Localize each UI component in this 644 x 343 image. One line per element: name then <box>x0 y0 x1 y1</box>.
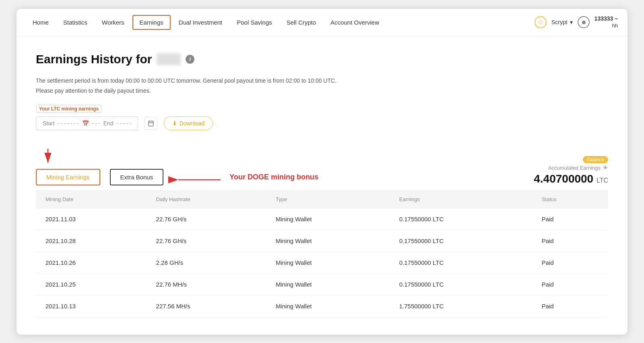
table-row: 2021.11.0322.76 GH/sMining Wallet0.17550… <box>36 208 608 230</box>
cell-status: Paid <box>532 295 608 317</box>
cell-type: Mining Wallet <box>266 230 390 252</box>
cell-date: 2021.10.28 <box>36 230 147 252</box>
cell-type: Mining Wallet <box>266 273 390 295</box>
cell-type: Mining Wallet <box>266 252 390 273</box>
nav-sell-crypto[interactable]: Sell Crypto <box>280 16 322 29</box>
cell-date: 2021.10.25 <box>36 273 147 295</box>
nav-right: ☺ Scrypt ▾ ⏺ 133333 – hh <box>535 15 618 29</box>
cell-status: Paid <box>532 208 608 230</box>
table-row: 2021.10.13227.56 MH/sMining Wallet1.7550… <box>36 295 608 317</box>
date-start-label: Start <box>43 120 55 127</box>
table-row: 2021.10.2822.76 GH/sMining Wallet0.17550… <box>36 230 608 252</box>
cell-type: Mining Wallet <box>266 295 390 317</box>
cell-date: 2021.10.26 <box>36 252 147 273</box>
doge-annotation: Your DOGE mining bonus <box>176 170 318 184</box>
cell-date: 2021.11.03 <box>36 208 147 230</box>
cell-earnings: 0.17550000 LTC <box>390 273 532 295</box>
user-info: 133333 – hh <box>594 15 618 29</box>
cell-hashrate: 22.76 MH/s <box>147 273 266 295</box>
download-label: Download <box>180 120 204 127</box>
earnings-table: Mining Date Daily Hashrate Type Earnings… <box>36 191 608 317</box>
date-section: Date Your LTC mining earnings Start - - … <box>36 107 608 130</box>
nav-workers[interactable]: Workers <box>95 16 131 29</box>
user-icon: ⏺ <box>578 16 590 28</box>
accumulated-label: Accumulated Earnings 👁 <box>534 165 608 171</box>
smiley-icon: ☺ <box>535 16 547 28</box>
col-earnings: Earnings <box>390 191 532 208</box>
download-button[interactable]: ⬇ Download <box>164 116 213 130</box>
eye-icon[interactable]: 👁 <box>603 165 608 171</box>
cell-type: Mining Wallet <box>266 208 390 230</box>
cell-date: 2021.10.13 <box>36 295 147 317</box>
cell-hashrate: 22.76 GH/s <box>147 208 266 230</box>
tab-extra-bonus[interactable]: Extra Bonus <box>110 169 164 185</box>
date-controls: Your LTC mining earnings Start - - - - -… <box>36 116 608 130</box>
cell-status: Paid <box>532 252 608 273</box>
nav-earnings[interactable]: Earnings <box>132 15 171 30</box>
cell-earnings: 0.17550000 LTC <box>390 252 532 273</box>
calendar-icon-button[interactable] <box>144 117 157 130</box>
tabs-container: Mining Earnings Extra Bonus <box>36 137 318 185</box>
cell-earnings: 0.17550000 LTC <box>390 230 532 252</box>
tab-mining-earnings[interactable]: Mining Earnings <box>36 169 100 185</box>
scrypt-dropdown[interactable]: Scrypt ▾ <box>551 19 573 25</box>
settlement-line2: Please pay attention to the daily payout… <box>36 86 608 96</box>
info-icon[interactable]: i <box>186 55 194 64</box>
col-mining-date: Mining Date <box>36 191 147 208</box>
accumulated-section: Balance Accumulated Earnings 👁 4.4070000… <box>534 156 608 185</box>
col-daily-hashrate: Daily Hashrate <box>147 191 266 208</box>
balance-badge: Balance <box>534 156 608 165</box>
download-icon: ⬇ <box>172 120 177 127</box>
cell-earnings: 1.75500000 LTC <box>390 295 532 317</box>
page-title: Earnings History for i <box>36 52 608 66</box>
cell-earnings: 0.17550000 LTC <box>390 208 532 230</box>
cell-hashrate: 22.76 GH/s <box>147 230 266 252</box>
date-label: Date <box>36 107 608 113</box>
navbar: Home Statistics Workers Earnings Dual In… <box>17 9 627 36</box>
title-text: Earnings History for <box>36 52 152 66</box>
col-status: Status <box>532 191 608 208</box>
table-body: 2021.11.0322.76 GH/sMining Wallet0.17550… <box>36 208 608 317</box>
nav-account-overview[interactable]: Account Overview <box>324 16 386 29</box>
nav-pool-savings[interactable]: Pool Savings <box>230 16 279 29</box>
chevron-down-icon: ▾ <box>570 19 573 25</box>
nav-statistics[interactable]: Statistics <box>57 16 94 29</box>
accumulated-currency: LTC <box>597 177 608 184</box>
settlement-text: The settlement period is from today 00:0… <box>36 76 608 96</box>
tabs-and-accumulated: Mining Earnings Extra Bonus <box>36 137 608 191</box>
username: 133333 – <box>594 15 618 22</box>
nav-dual-investment[interactable]: Dual Investment <box>172 16 229 29</box>
accumulated-number: 4.40700000 <box>534 173 593 185</box>
date-separator3: - - - - - <box>117 120 131 126</box>
accumulated-label-text: Accumulated Earnings <box>548 165 601 171</box>
page-content: Earnings History for i The settlement pe… <box>17 36 627 333</box>
svg-rect-0 <box>149 121 153 126</box>
ltc-annotation: Your LTC mining earnings <box>36 105 101 113</box>
accumulated-value: 4.40700000 LTC <box>534 173 608 185</box>
date-separator: - - - - - - - <box>58 120 79 126</box>
table-row: 2021.10.2522.76 MH/sMining Wallet0.17550… <box>36 273 608 295</box>
date-separator2: - - - <box>92 120 100 126</box>
settlement-line1: The settlement period is from today 00:0… <box>36 76 608 86</box>
cell-status: Paid <box>532 230 608 252</box>
doge-annotation-text: Your DOGE mining bonus <box>229 173 318 181</box>
table-header: Mining Date Daily Hashrate Type Earnings… <box>36 191 608 208</box>
date-range-picker[interactable]: Your LTC mining earnings Start - - - - -… <box>36 116 138 130</box>
nav-home[interactable]: Home <box>26 16 55 29</box>
date-end-label: End <box>103 120 114 127</box>
table-header-row: Mining Date Daily Hashrate Type Earnings… <box>36 191 608 208</box>
cell-status: Paid <box>532 273 608 295</box>
calendar-small-icon: 📅 <box>82 120 89 127</box>
nav-links: Home Statistics Workers Earnings Dual In… <box>26 15 535 30</box>
table-row: 2021.10.262.28 GH/sMining Wallet0.175500… <box>36 252 608 273</box>
title-blur <box>157 53 181 65</box>
cell-hashrate: 2.28 GH/s <box>147 252 266 273</box>
scrypt-label: Scrypt <box>551 19 568 25</box>
main-window: Home Statistics Workers Earnings Dual In… <box>16 8 628 335</box>
col-type: Type <box>266 191 390 208</box>
username-sub: hh <box>594 23 618 29</box>
cell-hashrate: 227.56 MH/s <box>147 295 266 317</box>
